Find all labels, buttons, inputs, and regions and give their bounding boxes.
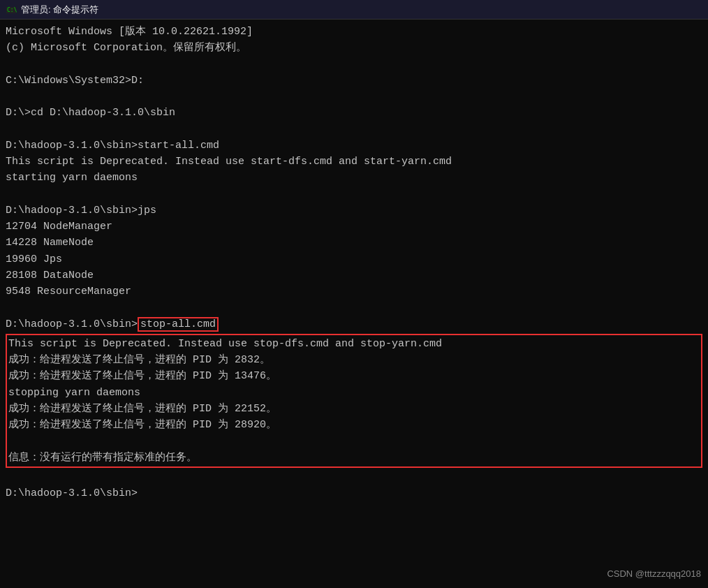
terminal-window[interactable]: Microsoft Windows [版本 10.0.22621.1992] (…	[0, 20, 708, 588]
line-empty-7	[6, 469, 702, 485]
watermark: CSDN @tttzzzqqq2018	[607, 567, 701, 581]
line-1: Microsoft Windows [版本 10.0.22621.1992]	[6, 24, 702, 40]
deprecated-output-block: This script is Deprecated. Instead use s…	[6, 334, 702, 468]
line-empty-3	[6, 122, 702, 138]
line-18: stopping yarn daemons	[8, 385, 700, 401]
line-empty-5	[6, 300, 702, 316]
line-10: 14228 NameNode	[6, 235, 702, 251]
line-empty-6	[8, 433, 700, 449]
line-17: 成功：给进程发送了终止信号，进程的 PID 为 13476。	[8, 368, 700, 384]
title-bar: C:\ 管理员: 命令提示符	[0, 0, 708, 20]
line-empty-1	[6, 57, 702, 73]
line-2: (c) Microsoft Corporation。保留所有权利。	[6, 40, 702, 56]
line-4: D:\>cd D:\hadoop-3.1.0\sbin	[6, 105, 702, 121]
line-6: This script is Deprecated. Instead use s…	[6, 154, 702, 170]
svg-text:C:\: C:\	[7, 7, 17, 13]
line-14: D:\hadoop-3.1.0\sbin>stop-all.cmd	[6, 316, 702, 332]
line-8: D:\hadoop-3.1.0\sbin>jps	[6, 203, 702, 219]
line-21: 信息：没有运行的带有指定标准的任务。	[8, 450, 700, 466]
line-11: 19960 Jps	[6, 251, 702, 267]
line-20: 成功：给进程发送了终止信号，进程的 PID 为 28920。	[8, 417, 700, 433]
line-9: 12704 NodeManager	[6, 219, 702, 235]
title-bar-title: 管理员: 命令提示符	[21, 3, 98, 16]
cmd-icon: C:\	[6, 4, 17, 15]
line-final: D:\hadoop-3.1.0\sbin>	[6, 485, 702, 501]
line-5: D:\hadoop-3.1.0\sbin>start-all.cmd	[6, 138, 702, 154]
line-15: This script is Deprecated. Instead use s…	[8, 336, 700, 352]
line-empty-2	[6, 89, 702, 105]
line-13: 9548 ResourceManager	[6, 284, 702, 300]
line-empty-4	[6, 186, 702, 203]
line-19: 成功：给进程发送了终止信号，进程的 PID 为 22152。	[8, 401, 700, 417]
line-7: starting yarn daemons	[6, 170, 702, 186]
line-16: 成功：给进程发送了终止信号，进程的 PID 为 2832。	[8, 352, 700, 368]
line-3: C:\Windows\System32>D:	[6, 73, 702, 89]
line-12: 28108 DataNode	[6, 267, 702, 284]
